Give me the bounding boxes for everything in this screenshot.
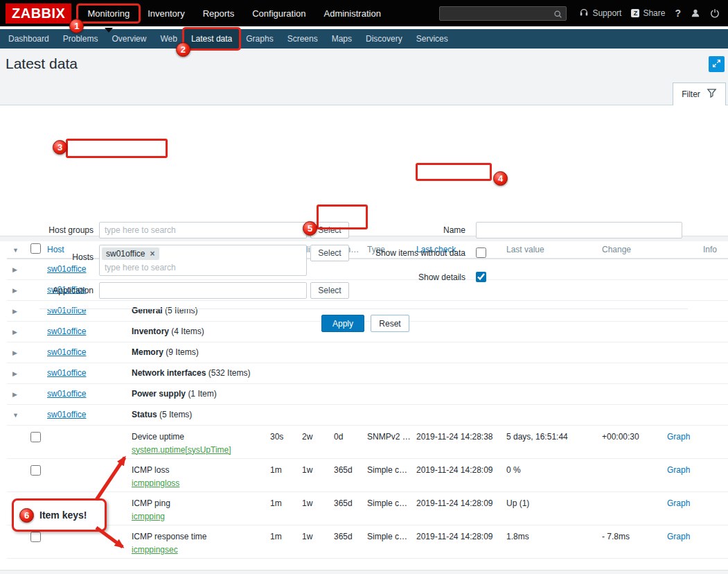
column-header-last-value: Last value (506, 241, 602, 259)
item-key-link[interactable]: icmpping (132, 512, 165, 521)
subnav-graphs[interactable]: Graphs (239, 29, 280, 49)
nav-monitoring[interactable]: Monitoring 1 (78, 6, 139, 21)
interval-cell: 1m (270, 525, 302, 558)
expand-icon[interactable]: ▶ (12, 266, 17, 273)
collapse-icon[interactable]: ▼ (12, 412, 19, 419)
item-key-link[interactable]: system.uptime[sysUpTime] (132, 445, 231, 455)
nav-configuration[interactable]: Configuration (243, 6, 314, 21)
trends-cell: 365d (334, 458, 367, 492)
type-cell: Simple c… (367, 458, 416, 492)
info-cell (703, 425, 728, 458)
graph-link[interactable]: Graph (667, 465, 690, 475)
kiosk-mode-button[interactable] (709, 56, 725, 72)
host-groups-label: Host groups (10, 222, 94, 238)
host-groups-input[interactable] (99, 222, 307, 238)
item-key-link[interactable]: icmppingloss (132, 478, 179, 488)
application-input[interactable] (99, 282, 307, 299)
change-cell: +00:00:30 (602, 425, 667, 458)
user-profile-icon[interactable] (691, 8, 700, 18)
column-header-info: Info (703, 241, 728, 259)
support-link[interactable]: Support (579, 8, 621, 19)
group-row-memory: ▶ sw01office Memory (9 Items) (7, 342, 728, 363)
expand-icon[interactable]: ▶ (12, 329, 17, 336)
group-count: (5 Items) (159, 410, 192, 419)
header-search-input[interactable] (439, 6, 567, 21)
annotation-badge-6: 6 (19, 508, 34, 523)
group-name: Inventory (132, 327, 169, 336)
annotation-badge-4: 4 (493, 171, 508, 186)
filter-tab-label: Filter (682, 89, 700, 99)
name-label: Name (348, 222, 465, 238)
filter-toggle-tab[interactable]: Filter (673, 82, 726, 105)
subnav-dashboard[interactable]: Dashboard (1, 29, 56, 49)
item-key-link[interactable]: icmppingsec (132, 545, 178, 555)
expand-icon[interactable]: ▶ (12, 370, 17, 377)
nav-administration[interactable]: Administration (315, 6, 390, 21)
last-value-cell: 5 days, 16:51:44 (506, 425, 602, 458)
column-header-change: Change (602, 241, 667, 259)
subnav-screens[interactable]: Screens (281, 29, 325, 49)
change-cell (602, 458, 667, 492)
hosts-multiselect[interactable]: sw01office × (99, 245, 307, 276)
graph-link[interactable]: Graph (667, 498, 690, 508)
interval-cell: 1m (270, 458, 302, 492)
share-link[interactable]: Z Share (631, 8, 665, 18)
expand-icon[interactable]: ▶ (12, 391, 17, 398)
host-link[interactable]: sw01office (47, 347, 86, 357)
subnav-maps[interactable]: Maps (325, 29, 359, 49)
host-link[interactable]: sw01office (47, 410, 86, 419)
group-count: (1 Item) (188, 389, 216, 399)
reset-button[interactable]: Reset (371, 315, 409, 332)
trends-cell: 365d (334, 525, 367, 558)
main-nav: Monitoring 1 Inventory Reports Configura… (78, 6, 389, 21)
item-checkbox[interactable] (30, 432, 41, 442)
interval-cell: 1m (270, 492, 302, 525)
share-icon: Z (631, 9, 639, 17)
host-link[interactable]: sw01office (47, 368, 86, 378)
hosts-select-button[interactable]: Select (310, 245, 349, 261)
history-cell: 1w (302, 525, 334, 558)
host-link[interactable]: sw01office (47, 389, 86, 399)
help-icon[interactable]: ? (675, 8, 681, 19)
group-count: (4 Items) (171, 327, 204, 336)
item-checkbox[interactable] (30, 465, 41, 476)
search-icon[interactable] (553, 9, 562, 21)
chip-remove-icon[interactable]: × (150, 250, 154, 258)
group-count: (9 Items) (166, 347, 198, 357)
item-row-icmp-loss: ICMP loss icmppingloss 1m 1w 365d Simple… (7, 458, 728, 492)
show-details-checkbox[interactable] (476, 272, 486, 282)
graph-link[interactable]: Graph (667, 432, 690, 442)
subnav-services[interactable]: Services (409, 29, 455, 49)
annotation-badge-3: 3 (53, 140, 67, 155)
info-cell (703, 525, 728, 558)
expand-icon[interactable]: ▶ (12, 308, 17, 315)
last-value-cell: 0 % (506, 458, 602, 492)
annotation-badge-1: 1 (69, 19, 84, 33)
hosts-input[interactable] (101, 261, 254, 275)
application-select-button[interactable]: Select (310, 282, 349, 299)
logout-power-icon[interactable] (710, 8, 720, 18)
subnav-discovery[interactable]: Discovery (359, 29, 409, 49)
expand-icon[interactable]: ▶ (12, 349, 17, 356)
apply-button[interactable]: Apply (321, 315, 364, 332)
nav-reports[interactable]: Reports (194, 6, 244, 21)
nav-inventory[interactable]: Inventory (139, 6, 193, 21)
zabbix-logo[interactable]: ZABBIX (6, 3, 71, 24)
item-name: ICMP loss (132, 465, 270, 475)
last-value-cell: 1.8ms (506, 525, 602, 558)
graph-link[interactable]: Graph (667, 532, 690, 541)
host-link[interactable]: sw01office (47, 306, 86, 315)
last-check-cell: 2019-11-24 14:28:09 (416, 525, 506, 558)
group-row-general: ▶ sw01office General (5 Items) (7, 300, 728, 321)
subnav-latest-data[interactable]: Latest data 2 (184, 29, 239, 49)
show-items-without-data-checkbox[interactable] (476, 247, 486, 258)
group-row-status: ▼ sw01office Status (5 Items) (7, 404, 728, 425)
group-name: Power supply (132, 389, 186, 399)
host-link[interactable]: sw01office (47, 327, 86, 336)
funnel-icon (707, 88, 717, 101)
name-input[interactable] (476, 222, 682, 238)
host-link[interactable]: sw01office (47, 264, 86, 274)
bottom-partial-row (0, 570, 728, 574)
item-checkbox[interactable] (30, 532, 41, 542)
type-cell: Simple c… (367, 492, 416, 525)
